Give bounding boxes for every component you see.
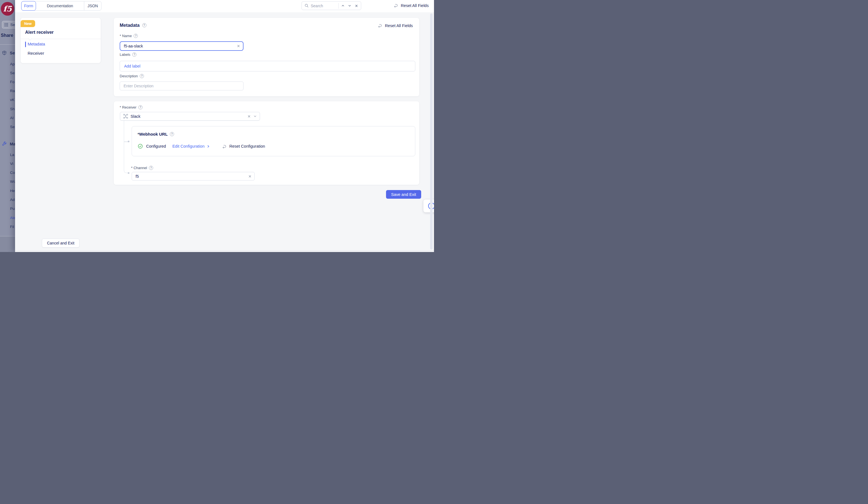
active-step-indicator	[25, 42, 26, 47]
tab-documentation[interactable]: Documentation	[36, 1, 84, 10]
sidebar-item[interactable]: Ad	[10, 198, 15, 202]
search-clear-button[interactable]	[354, 3, 359, 9]
workspace-heading: Share	[1, 33, 13, 38]
channel-label-text: Channel	[134, 166, 147, 170]
grid-icon	[4, 23, 8, 27]
chevron-right-icon	[206, 144, 210, 148]
webhook-status: Configured	[146, 144, 166, 149]
sidebar-section-label: Ma	[10, 141, 15, 146]
help-icon[interactable]: ?	[140, 74, 144, 78]
tab-json[interactable]: JSON	[84, 1, 101, 10]
receiver-field-label: * Receiver ?	[120, 105, 143, 109]
sidebar-item[interactable]: Pu	[10, 206, 15, 211]
help-icon[interactable]: ?	[138, 105, 143, 109]
chevron-down-icon[interactable]	[253, 114, 257, 118]
help-icon[interactable]: ?	[142, 23, 146, 27]
service-switcher-button[interactable]: Se	[2, 21, 15, 29]
connector-dot	[128, 172, 130, 174]
sidebar-footer	[0, 236, 15, 252]
f5-logo-text: f5	[3, 4, 12, 13]
reset-all-fields-label: Reset All Fields	[385, 23, 413, 28]
name-field-label: * Name ?	[120, 34, 138, 38]
search-icon	[304, 4, 309, 8]
sidebar-item[interactable]: vK	[10, 98, 14, 102]
sidebar-section-security[interactable]: Se	[2, 51, 15, 55]
sidebar-item[interactable]: Fo	[10, 80, 14, 84]
new-badge: New	[21, 20, 35, 27]
search-next-button[interactable]	[347, 3, 352, 9]
channel-field-label: * Channel ?	[131, 166, 153, 170]
search-input[interactable]	[311, 4, 337, 8]
help-icon[interactable]: ?	[134, 34, 138, 38]
panel-topbar: Form Documentation JSON	[15, 0, 434, 12]
metadata-card-title: Metadata	[120, 23, 140, 28]
help-glyph: ?	[171, 133, 173, 135]
wizard-title: Alert receiver	[25, 30, 53, 35]
sidebar-section-label: Se	[10, 51, 15, 55]
reset-all-fields-top-button[interactable]: Reset All Fields	[393, 3, 429, 8]
sidebar-item[interactable]: Se	[10, 125, 15, 129]
view-tabs: Form Documentation JSON	[21, 1, 102, 11]
channel-input-wrap	[132, 172, 255, 181]
sidebar-item[interactable]: Co	[10, 171, 15, 175]
help-icon[interactable]: ?	[149, 166, 153, 170]
sidebar-item[interactable]: Wo	[10, 180, 15, 184]
sidebar-item[interactable]: AI	[10, 116, 14, 120]
shield-icon	[2, 51, 7, 55]
sidebar-item[interactable]: Se	[10, 71, 15, 75]
tab-form[interactable]: Form	[21, 1, 36, 11]
required-marker: *	[120, 105, 121, 109]
clear-receiver-icon[interactable]	[247, 115, 251, 118]
step-receiver[interactable]: Receiver	[28, 51, 44, 56]
name-input[interactable]	[124, 44, 237, 48]
cancel-and-exit-button[interactable]: Cancel and Exit	[42, 239, 80, 248]
wizard-steps-card: New Alert receiver Metadata Receiver	[21, 18, 101, 63]
receiver-type-select[interactable]: Slack	[120, 112, 260, 121]
reset-configuration-label: Reset Configuration	[229, 144, 265, 149]
name-label-text: Name	[122, 34, 132, 38]
save-and-exit-button[interactable]: Save and Exit	[386, 190, 421, 199]
sidebar-divider	[0, 44, 15, 45]
help-icon[interactable]: ?	[170, 132, 174, 136]
f5-logo: f5	[1, 2, 14, 16]
receiver-card: * Receiver ? Slack *Web	[114, 101, 419, 185]
reset-all-fields-card-button[interactable]: Reset All Fields	[377, 23, 413, 28]
sidebar-item[interactable]: Vi	[10, 162, 13, 166]
connector-stub	[124, 141, 128, 142]
sidebar-item[interactable]: Sh	[10, 107, 15, 111]
description-input-wrap	[120, 81, 244, 90]
clear-name-icon[interactable]	[237, 44, 240, 48]
chevron-up-icon	[341, 4, 345, 8]
help-glyph: ?	[143, 24, 145, 27]
search-divider	[338, 3, 339, 9]
sidebar-item[interactable]: Ap	[10, 62, 15, 66]
console-sidebar: f5 Se Share Se Ap Se Fo Ra vK Sh AI Se	[0, 0, 15, 252]
receiver-type-value: Slack	[131, 114, 245, 119]
clear-channel-icon[interactable]	[248, 175, 251, 178]
edit-configuration-button[interactable]: Edit Configuration	[172, 144, 210, 149]
help-glyph: ?	[140, 106, 141, 109]
search-prev-button[interactable]	[341, 3, 345, 9]
step-metadata[interactable]: Metadata	[28, 42, 45, 46]
reset-all-fields-label: Reset All Fields	[401, 3, 429, 8]
sidebar-item[interactable]: Fil	[10, 225, 14, 229]
service-switcher-label: Se	[10, 23, 15, 27]
configured-check-icon	[138, 144, 143, 149]
help-glyph: ?	[134, 53, 135, 56]
scrollbar-thumb[interactable]	[430, 13, 433, 250]
help-icon[interactable]: ?	[132, 52, 136, 57]
alert-receiver-panel: Form Documentation JSON	[15, 0, 434, 252]
reset-icon	[377, 23, 382, 28]
sidebar-section-manage[interactable]: Ma	[2, 141, 15, 146]
sidebar-item[interactable]: La	[10, 153, 14, 157]
chevron-down-icon	[348, 4, 351, 8]
sidebar-item-alerts[interactable]: Ale	[10, 216, 15, 220]
add-label-button[interactable]: Add label	[124, 64, 140, 68]
channel-input[interactable]	[136, 174, 248, 179]
sidebar-item[interactable]: He	[10, 189, 15, 193]
reset-configuration-button[interactable]: Reset Configuration	[221, 144, 265, 149]
wrench-icon	[2, 141, 7, 146]
description-input[interactable]	[124, 84, 240, 88]
sidebar-item[interactable]: Ra	[10, 89, 15, 93]
receiver-label-text: Receiver	[122, 105, 136, 109]
